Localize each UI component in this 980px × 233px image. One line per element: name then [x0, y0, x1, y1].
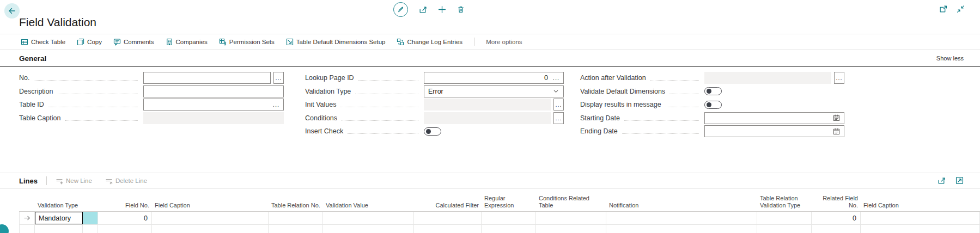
- new-line-label: New Line: [66, 177, 92, 184]
- cell-regular-expression[interactable]: [482, 225, 536, 233]
- cell-field-no[interactable]: 0: [98, 212, 152, 224]
- cell-related-field-no[interactable]: 0: [812, 212, 861, 224]
- cell-regular-expression[interactable]: [482, 212, 536, 224]
- general-column-3: Action after Validation ... Validate Def…: [580, 72, 844, 139]
- field-row-init-values: Init Values ...: [305, 99, 564, 111]
- open-in-new-window-button[interactable]: [939, 5, 947, 13]
- column-header[interactable]: Calculated Filter: [414, 202, 482, 212]
- row-selector-cell[interactable]: [19, 225, 35, 233]
- dotted-leader: [622, 128, 699, 134]
- cell-notification[interactable]: [606, 225, 757, 233]
- open-in-excel-button[interactable]: [955, 176, 964, 185]
- insert-check-toggle[interactable]: [424, 127, 441, 136]
- cell-table-relation-validation-type[interactable]: [757, 225, 812, 233]
- column-header[interactable]: Field Caption: [152, 202, 269, 212]
- action-permission-sets[interactable]: Permission Sets: [219, 38, 275, 46]
- show-less-link[interactable]: Show less: [936, 55, 964, 62]
- field-row-insert-check: Insert Check: [305, 125, 564, 137]
- conditions-assist-button[interactable]: ...: [553, 112, 564, 124]
- action-label: Copy: [87, 39, 102, 45]
- column-header[interactable]: Field Caption: [861, 202, 980, 212]
- column-header[interactable]: Conditions Related Table: [536, 195, 606, 211]
- cell-validation-value[interactable]: [323, 225, 414, 233]
- cell-conditions-related-table[interactable]: [536, 225, 606, 233]
- table-id-input[interactable]: ...: [143, 99, 284, 111]
- delete-line-button[interactable]: Delete Line: [105, 177, 147, 185]
- column-header[interactable]: Field No.: [98, 202, 152, 212]
- cell-calculated-filter[interactable]: [414, 225, 482, 233]
- dotted-leader: [348, 128, 418, 134]
- lines-share-button[interactable]: [938, 176, 946, 185]
- field-label: Validation Type: [305, 88, 351, 95]
- floating-button-fragment[interactable]: [0, 224, 9, 233]
- cell-table-relation-validation-type[interactable]: [757, 212, 812, 224]
- comments-icon: [113, 38, 121, 46]
- action-copy[interactable]: Copy: [77, 38, 102, 46]
- cell-field-no[interactable]: [98, 225, 152, 233]
- edit-button[interactable]: [393, 2, 408, 17]
- table-row: [19, 225, 980, 233]
- action-companies[interactable]: Companies: [166, 38, 208, 46]
- more-options-button[interactable]: More options: [486, 39, 522, 45]
- delete-button[interactable]: [457, 5, 465, 14]
- column-header[interactable]: Table Relation No.: [269, 202, 323, 212]
- calendar-icon[interactable]: [833, 128, 840, 135]
- init-values-input: [424, 99, 551, 111]
- cell-calculated-filter[interactable]: [414, 212, 482, 224]
- field-row-table-id: Table ID ...: [19, 99, 284, 111]
- new-line-button[interactable]: New Line: [56, 177, 92, 185]
- cell-table-relation-no[interactable]: [269, 212, 323, 224]
- add-button[interactable]: [438, 5, 446, 14]
- cell-validation-type[interactable]: [35, 225, 83, 233]
- no-input[interactable]: [143, 72, 271, 84]
- display-results-in-message-toggle[interactable]: [704, 101, 722, 109]
- column-header[interactable]: Notification: [606, 202, 757, 212]
- validation-type-select[interactable]: Error: [424, 85, 564, 97]
- column-header[interactable]: Validation Type: [35, 202, 83, 212]
- cell-unnamed-highlight[interactable]: [83, 212, 98, 224]
- dotted-leader: [58, 89, 138, 94]
- lines-table-header: Validation Type Field No. Field Caption …: [19, 189, 980, 212]
- cell-field-caption[interactable]: [152, 212, 269, 224]
- no-assist-button[interactable]: ...: [273, 72, 284, 84]
- description-input[interactable]: [143, 85, 284, 97]
- cell-table-relation-no[interactable]: [269, 225, 323, 233]
- validate-default-dimensions-toggle[interactable]: [704, 87, 722, 95]
- cell-validation-type[interactable]: Mandatory: [35, 212, 83, 224]
- calendar-icon[interactable]: [833, 114, 840, 121]
- field-label: Starting Date: [580, 114, 620, 122]
- cell-field-caption[interactable]: [152, 225, 269, 233]
- column-header[interactable]: Table Relation Validation Type: [757, 195, 812, 211]
- collapse-button[interactable]: [957, 5, 965, 13]
- table-default-dimensions-setup-icon: [286, 38, 294, 46]
- share-button[interactable]: [419, 5, 427, 14]
- cell-validation-value[interactable]: [323, 212, 414, 224]
- general-section-title[interactable]: General: [19, 54, 46, 63]
- lines-section-title[interactable]: Lines: [19, 177, 38, 185]
- cell-notification[interactable]: [606, 212, 757, 224]
- column-header[interactable]: Validation Value: [323, 202, 414, 212]
- table-id-lookup-ellipsis[interactable]: ...: [273, 101, 279, 108]
- column-header[interactable]: Related Field No.: [812, 195, 861, 211]
- lookup-page-id-lookup-ellipsis[interactable]: ...: [553, 75, 559, 81]
- init-values-assist-button[interactable]: ...: [553, 99, 564, 111]
- action-table-default-dimensions-setup[interactable]: Table Default Dimensions Setup: [286, 38, 386, 46]
- ending-date-input[interactable]: [704, 125, 844, 137]
- row-selector-cell[interactable]: [19, 212, 35, 224]
- back-button[interactable]: [4, 3, 20, 19]
- action-after-validation-assist-button[interactable]: ...: [834, 72, 844, 84]
- action-change-log-entries[interactable]: Change Log Entries: [397, 38, 462, 46]
- action-comments[interactable]: Comments: [113, 38, 154, 46]
- cell-unnamed-highlight[interactable]: [83, 225, 98, 233]
- cell-related-field-no[interactable]: [812, 225, 861, 233]
- action-check-table[interactable]: Check Table: [21, 38, 65, 46]
- table-row: Mandatory 0 0: [19, 212, 980, 225]
- cell-field-caption-2[interactable]: [861, 225, 980, 233]
- column-header[interactable]: Regular Expression: [482, 195, 536, 211]
- cell-conditions-related-table[interactable]: [536, 212, 606, 224]
- open-in-new-window-icon: [939, 5, 947, 13]
- starting-date-input[interactable]: [704, 112, 844, 124]
- lookup-page-id-input[interactable]: 0 ...: [424, 72, 564, 84]
- field-row-action-after-validation: Action after Validation ...: [580, 72, 844, 84]
- cell-field-caption-2[interactable]: [861, 212, 980, 224]
